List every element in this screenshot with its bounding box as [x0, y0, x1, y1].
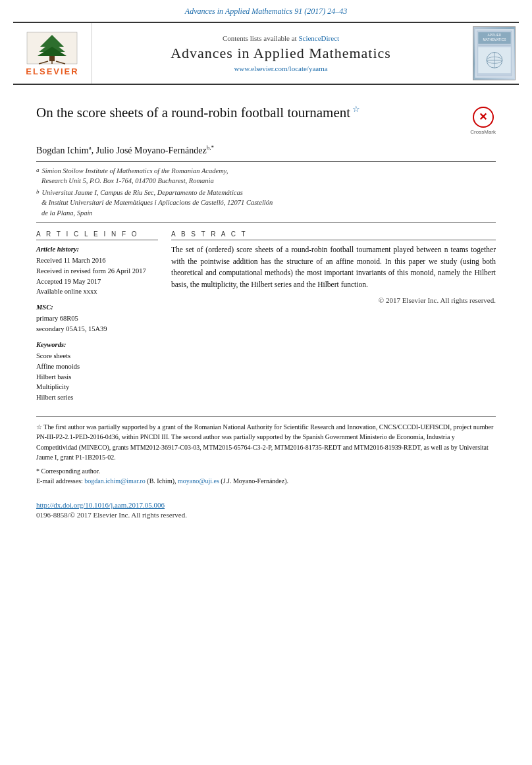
article-info-column: A R T I C L E I N F O Article history: R…: [36, 230, 158, 403]
cover-svg: APPLIED MATHEMATICS: [475, 29, 514, 78]
abstract-text: The set of (ordered) score sheets of a r…: [171, 244, 496, 291]
elsevier-logo-area: ELSEVIER: [13, 23, 92, 84]
keyword-5: Hilbert series: [36, 392, 158, 403]
affil-a-line2: Research Unit 5, P.O. Box 1-764, 014700 …: [36, 176, 496, 186]
abstract-column: A B S T R A C T The set of (ordered) sco…: [171, 230, 496, 403]
available-online: Available online xxxx: [36, 286, 158, 297]
journal-citation: Advances in Applied Mathematics 91 (2017…: [0, 0, 532, 22]
email2-person: (J.J. Moyano-Fernández).: [221, 477, 288, 485]
crossmark-icon: ✕: [479, 112, 487, 122]
affil-b-marker: b: [36, 188, 40, 198]
elsevier-brand: ELSEVIER: [26, 66, 78, 76]
keyword-4: Multiplicity: [36, 382, 158, 392]
issn-line: 0196-8858/© 2017 Elsevier Inc. All right…: [36, 511, 496, 519]
affil-b-line1: b Universitat Jaume I, Campus de Riu Sec…: [36, 188, 496, 198]
sciencedirect-link[interactable]: ScienceDirect: [298, 34, 339, 42]
header-banner: ELSEVIER Contents lists available at Sci…: [13, 22, 519, 85]
abstract-label: A B S T R A C T: [171, 230, 496, 240]
journal-cover-image: APPLIED MATHEMATICS: [473, 26, 516, 80]
title-star: ☆: [352, 104, 360, 114]
page: Advances in Applied Mathematics 91 (2017…: [0, 0, 532, 765]
msc-section: MSC: primary 68R05 secondary 05A15, 15A3…: [36, 302, 158, 334]
two-column-section: A R T I C L E I N F O Article history: R…: [36, 230, 496, 403]
crossmark-circle: ✕: [473, 107, 494, 128]
journal-header-center: Contents lists available at ScienceDirec…: [92, 23, 469, 84]
keyword-3: Hilbert basis: [36, 372, 158, 382]
crossmark-badge[interactable]: ✕ CrossMark: [470, 107, 496, 135]
email1-person: (B. Ichim),: [147, 477, 176, 485]
affil-a-line1: a Simion Stoilow Institute of Mathematic…: [36, 166, 496, 176]
crossmark-label: CrossMark: [470, 129, 496, 135]
bottom-links-section: http://dx.doi.org/10.1016/j.aam.2017.05.…: [0, 501, 532, 519]
doi-link[interactable]: http://dx.doi.org/10.1016/j.aam.2017.05.…: [36, 501, 496, 509]
footnotes-section: ☆ The first author was partially support…: [36, 416, 496, 487]
email2-link[interactable]: moyano@uji.es: [178, 477, 219, 485]
received-date: Received 11 March 2016: [36, 255, 158, 266]
article-title-section: On the score sheets of a round-robin foo…: [36, 103, 496, 135]
elsevier-tree-icon: [26, 31, 78, 65]
email1-link[interactable]: bogdan.ichim@imar.ro: [84, 477, 146, 485]
title-wrapper: On the score sheets of a round-robin foo…: [36, 103, 460, 122]
history-label: Article history:: [36, 244, 158, 255]
article-history: Article history: Received 11 March 2016 …: [36, 244, 158, 297]
journal-cover-area: APPLIED MATHEMATICS: [469, 23, 519, 84]
author2-sup: b,*: [207, 144, 214, 151]
footnote-emails: E-mail addresses: bogdan.ichim@imar.ro (…: [36, 476, 496, 487]
copyright-notice: © 2017 Elsevier Inc. All rights reserved…: [171, 296, 496, 304]
accepted-date: Accepted 19 May 2017: [36, 277, 158, 287]
author1-name: Bogdan Ichim: [36, 145, 89, 155]
article-info-label: A R T I C L E I N F O: [36, 230, 158, 240]
keyword-2: Affine monoids: [36, 361, 158, 372]
elsevier-logo: ELSEVIER: [26, 31, 78, 76]
msc-label: MSC:: [36, 302, 158, 313]
contents-available: Contents lists available at ScienceDirec…: [223, 34, 339, 42]
msc-secondary: secondary 05A15, 15A39: [36, 324, 158, 334]
keywords-section: Keywords: Score sheets Affine monoids Hi…: [36, 340, 158, 403]
svg-text:APPLIED: APPLIED: [487, 34, 501, 37]
affil-b-line3: de la Plana, Spain: [36, 208, 496, 218]
received-revised-date: Received in revised form 26 April 2017: [36, 266, 158, 277]
keyword-1: Score sheets: [36, 351, 158, 361]
main-content: On the score sheets of a round-robin foo…: [0, 85, 532, 493]
affil-a-marker: a: [36, 166, 40, 176]
footnote-corresponding: * Corresponding author.: [36, 466, 496, 477]
affil-b-line2: & Institut Universitari de Matemàtiques …: [36, 198, 496, 207]
author-separator: , Julio José Moyano-Fernández: [92, 145, 207, 155]
svg-text:MATHEMATICS: MATHEMATICS: [483, 38, 506, 41]
article-title: On the score sheets of a round-robin foo…: [36, 103, 460, 122]
msc-primary: primary 68R05: [36, 313, 158, 324]
footnote-star: ☆ The first author was partially support…: [36, 422, 496, 463]
affiliations: a Simion Stoilow Institute of Mathematic…: [36, 161, 496, 223]
journal-url[interactable]: www.elsevier.com/locate/yaama: [234, 65, 327, 72]
keywords-label: Keywords:: [36, 340, 158, 350]
journal-citation-text: Advances in Applied Mathematics 91 (2017…: [185, 7, 347, 16]
authors-line: Bogdan Ichima, Julio José Moyano-Fernánd…: [36, 144, 496, 156]
journal-title: Advances in Applied Mathematics: [171, 45, 391, 62]
